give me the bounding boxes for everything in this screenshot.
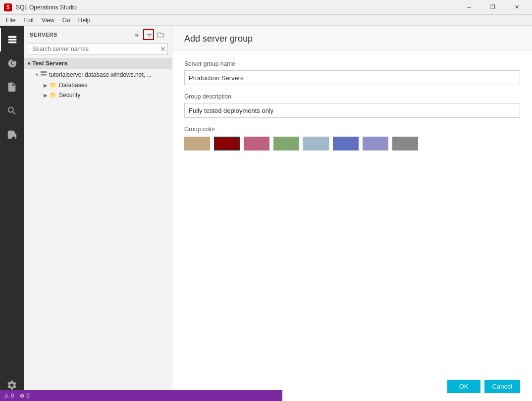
server-icon — [40, 70, 47, 79]
collapse-all-button[interactable] — [131, 29, 142, 40]
color-swatch-mauve[interactable] — [244, 137, 269, 150]
databases-label: Databases — [59, 82, 87, 89]
sidebar-title: SERVERS — [30, 32, 57, 38]
panel-header: Add server group — [172, 26, 532, 50]
color-swatch-periwinkle[interactable] — [363, 137, 388, 150]
color-swatch-gray[interactable] — [392, 137, 418, 150]
svg-rect-3 — [41, 71, 47, 73]
minimize-button[interactable]: ─ — [458, 0, 480, 15]
panel-footer: OK Cancel — [447, 380, 520, 393]
chevron-right-icon-sec: ▶ — [44, 93, 48, 98]
panel-content: Server group name Group description Grou… — [172, 50, 532, 401]
svg-rect-2 — [8, 42, 17, 44]
server-group-name-input[interactable] — [184, 70, 520, 85]
folder-icon-security: 📁 — [50, 92, 57, 99]
name-label: Server group name — [184, 60, 520, 67]
app-title: SQL Operations Studio — [16, 4, 454, 11]
color-swatch-sage[interactable] — [273, 137, 299, 150]
svg-rect-4 — [41, 74, 47, 76]
activity-new-query[interactable] — [0, 75, 24, 99]
ok-button[interactable]: OK — [447, 380, 480, 393]
group-label: Test Servers — [32, 60, 67, 67]
chevron-right-icon: ▾ — [36, 72, 38, 77]
status-warnings: ⚠ 0 — [4, 393, 14, 399]
search-clear-button[interactable]: ✕ — [160, 45, 166, 53]
add-group-button[interactable] — [155, 29, 166, 40]
activity-search[interactable] — [0, 99, 24, 123]
app-icon: S — [4, 3, 12, 11]
sidebar-actions — [131, 29, 166, 40]
add-connection-button[interactable] — [143, 29, 154, 40]
cancel-button[interactable]: Cancel — [484, 380, 520, 393]
status-bar: ⚠ 0 ⊘ 0 — [0, 390, 282, 401]
menu-help[interactable]: Help — [74, 16, 95, 25]
color-swatch-tan[interactable] — [184, 137, 210, 150]
menu-view[interactable]: View — [38, 16, 58, 25]
activity-extensions[interactable] — [0, 123, 24, 147]
color-swatches — [184, 137, 520, 150]
menu-file[interactable]: File — [2, 16, 19, 25]
group-description-input[interactable] — [184, 103, 520, 118]
color-swatch-dark-red[interactable] — [214, 137, 240, 150]
tree-group-test-servers[interactable]: ▾ Test Servers — [24, 58, 172, 69]
server-tree: ▾ Test Servers ▾ tutorialserver.database… — [24, 58, 172, 401]
server-name: tutorialserver.database.windows.net, ... — [49, 71, 152, 78]
menu-edit[interactable]: Edit — [19, 16, 38, 25]
panel-title: Add server group — [184, 34, 253, 44]
tree-item-server[interactable]: ▾ tutorialserver.database.windows.net, .… — [24, 69, 172, 80]
error-count: 0 — [26, 393, 29, 399]
restore-button[interactable]: ❐ — [481, 0, 504, 15]
form-group-color: Group color — [184, 126, 520, 150]
warning-count: 0 — [11, 393, 14, 399]
security-label: Security — [59, 92, 80, 99]
tree-item-databases[interactable]: ▶ 📁 Databases — [24, 80, 172, 90]
tree-item-security[interactable]: ▶ 📁 Security — [24, 90, 172, 100]
warning-icon: ⚠ — [4, 393, 9, 399]
color-label: Group color — [184, 126, 520, 133]
svg-rect-0 — [8, 36, 17, 38]
error-icon: ⊘ — [20, 393, 24, 399]
chevron-down-icon: ▾ — [28, 61, 30, 66]
color-swatch-medium-blue[interactable] — [333, 137, 359, 150]
chevron-right-icon-db: ▶ — [44, 83, 48, 88]
svg-rect-1 — [8, 39, 17, 41]
app-layout: SERVERS ✕ — [0, 26, 532, 401]
title-bar: S SQL Operations Studio ─ ❐ ✕ — [0, 0, 532, 15]
sidebar: SERVERS ✕ — [24, 26, 172, 401]
form-group-name: Server group name — [184, 60, 520, 85]
close-button[interactable]: ✕ — [505, 0, 528, 15]
window-controls: ─ ❐ ✕ — [458, 0, 528, 15]
activity-history[interactable] — [0, 51, 24, 75]
color-swatch-light-blue[interactable] — [303, 137, 329, 150]
sidebar-header: SERVERS — [24, 26, 172, 43]
status-errors: ⊘ 0 — [20, 393, 29, 399]
form-group-desc: Group description — [184, 93, 520, 118]
search-input[interactable] — [28, 43, 168, 55]
menu-go[interactable]: Go — [58, 16, 74, 25]
main-panel: Add server group Server group name Group… — [172, 26, 532, 401]
folder-icon: 📁 — [50, 82, 57, 89]
menu-bar: File Edit View Go Help — [0, 15, 532, 26]
activity-bar — [0, 26, 24, 401]
desc-label: Group description — [184, 93, 520, 100]
activity-servers[interactable] — [0, 28, 24, 51]
search-bar: ✕ — [28, 43, 168, 55]
app-container: S SQL Operations Studio ─ ❐ ✕ File Edit … — [0, 0, 532, 401]
